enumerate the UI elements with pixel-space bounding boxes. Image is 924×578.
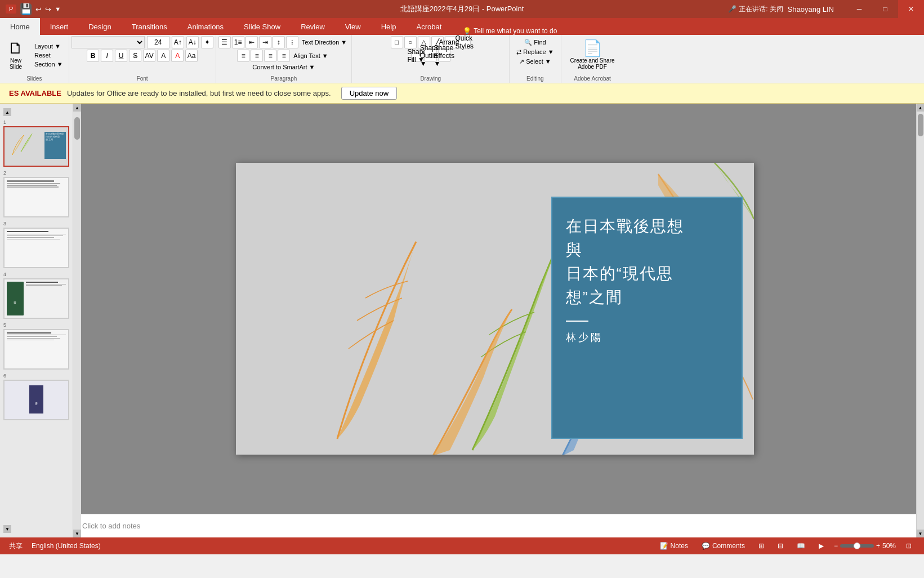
layout-btn[interactable]: Layout ▼ [32, 42, 65, 50]
tab-home[interactable]: Home [0, 18, 40, 35]
notes-area[interactable]: Click to add notes [73, 514, 916, 537]
user-name: Shaoyang LIN [788, 5, 834, 14]
slide-thumb-5[interactable]: 5 [3, 322, 69, 370]
fit-slide-btn[interactable]: ⊡ [903, 541, 915, 551]
tab-help[interactable]: Help [371, 18, 407, 35]
slide-author: 林少陽 [566, 331, 728, 344]
ribbon-group-font: A↑ A↓ ✦ B I U S AV A A Aa Font [69, 35, 216, 83]
ribbon-group-slides: 🗋 NewSlide Layout ▼ Reset Section ▼ Slid… [0, 35, 69, 83]
slide-thumb-1[interactable]: 1 在日本戰後思想與日本的"現代思想"之間 [3, 119, 69, 167]
create-pdf-btn[interactable]: 📄 Create and ShareAdobe PDF [566, 38, 619, 72]
slide-view: ▲ ▼ [73, 104, 916, 514]
app-icon: P [6, 5, 16, 14]
shape-effects-btn[interactable]: Shape Effects ▼ [438, 50, 450, 62]
align-right-btn[interactable]: ≡ [264, 50, 276, 62]
underline-btn[interactable]: U [115, 50, 127, 62]
find-btn[interactable]: 🔍 Find [522, 38, 548, 47]
tab-transitions[interactable]: Transitions [122, 18, 177, 35]
scroll-up-btn[interactable]: ▲ [3, 108, 11, 116]
decrease-font-btn[interactable]: A↓ [186, 36, 199, 48]
slide-thumb-2[interactable]: 2 [3, 170, 69, 217]
replace-btn[interactable]: ⇄ Replace ▼ [514, 48, 556, 56]
columns-btn[interactable]: ⫶ [286, 36, 298, 48]
pdf-icon: 📄 [583, 41, 602, 56]
right-scroll-up[interactable]: ▲ [917, 104, 925, 112]
shadow-btn[interactable]: A [157, 50, 169, 62]
tab-review[interactable]: Review [291, 18, 335, 35]
convert-smartart-btn[interactable]: Convert to SmartArt ▼ [250, 63, 317, 71]
zoom-slider[interactable] [840, 544, 874, 548]
text-direction-btn[interactable]: Text Direction ▼ [300, 38, 350, 46]
clear-format-btn[interactable]: ✦ [201, 36, 213, 48]
increase-font-btn[interactable]: A↑ [172, 36, 184, 48]
update-message: Updates for Office are ready to be insta… [67, 89, 331, 97]
drawing-group-label: Drawing [354, 75, 507, 82]
recording-icon: 🎤 [728, 5, 736, 13]
adobe-group-label: Adobe Acrobat [564, 75, 622, 82]
tab-design[interactable]: Design [78, 18, 121, 35]
shape-rect-btn[interactable]: □ [391, 36, 403, 48]
font-size-input[interactable] [147, 36, 169, 48]
normal-view-btn[interactable]: ⊞ [755, 541, 767, 551]
font-group-label: Font [72, 75, 213, 82]
scroll-down-btn[interactable]: ▼ [3, 525, 11, 533]
tab-view[interactable]: View [335, 18, 371, 35]
tell-me-box[interactable]: 💡 Tell me what you want to do [463, 27, 557, 35]
select-btn[interactable]: ↗ Select ▼ [517, 57, 553, 66]
right-scrollbar: ▲ ▼ [916, 104, 924, 537]
bullets-btn[interactable]: ☰ [218, 36, 231, 48]
line-spacing-btn[interactable]: ↕ [273, 36, 285, 48]
zoom-out-btn[interactable]: − [834, 542, 838, 550]
strikethrough-btn[interactable]: S [129, 50, 141, 62]
language-label: English (United States) [32, 542, 101, 550]
vert-scroll-up[interactable]: ▲ [73, 104, 81, 112]
zoom-level: 50% [882, 542, 896, 550]
increase-indent-btn[interactable]: ⇥ [259, 36, 271, 48]
status-bar: 共享 English (United States) 📝 Notes 💬 Com… [0, 537, 924, 554]
ribbon-group-drawing: □ ○ △ ╱ Arrange Quick Styles Shape Fill … [352, 35, 510, 83]
font-color-btn[interactable]: A [171, 50, 184, 62]
slide-thumb-6[interactable]: 6 書 [3, 373, 69, 420]
slide-divider [566, 321, 588, 322]
zoom-control: − + 50% [834, 542, 896, 550]
decrease-indent-btn[interactable]: ⇤ [245, 36, 258, 48]
presenter-view-btn[interactable]: ▶ [815, 541, 827, 551]
align-left-btn[interactable]: ≡ [237, 50, 249, 62]
align-center-btn[interactable]: ≡ [251, 50, 263, 62]
tab-animations[interactable]: Animations [177, 18, 234, 35]
justify-btn[interactable]: ≡ [278, 50, 290, 62]
numbering-btn[interactable]: 1≡ [232, 36, 244, 48]
reading-view-btn[interactable]: 📖 [793, 541, 809, 551]
minimize-btn[interactable]: ─ [846, 0, 872, 18]
slide-thumb-3[interactable]: 3 [3, 221, 69, 268]
tab-acrobat[interactable]: Acrobat [406, 18, 452, 35]
tab-insert[interactable]: Insert [40, 18, 79, 35]
new-slide-btn[interactable]: 🗋 NewSlide [2, 38, 29, 72]
change-case-btn[interactable]: Aa [185, 50, 198, 62]
section-btn[interactable]: Section ▼ [32, 60, 65, 68]
window-title: 北語講座2022年4月29日 - PowerPoint [400, 4, 524, 14]
slide-sorter-btn[interactable]: ⊟ [774, 541, 787, 551]
tab-slideshow[interactable]: Slide Show [234, 18, 291, 35]
reset-btn[interactable]: Reset [32, 51, 65, 59]
slide-thumb-4[interactable]: 4 書 [3, 272, 69, 319]
new-slide-icon: 🗋 [8, 41, 24, 56]
zoom-in-btn[interactable]: + [876, 542, 880, 550]
italic-btn[interactable]: I [101, 50, 113, 62]
comments-btn[interactable]: 💬 Comments [698, 541, 748, 551]
quick-styles-btn[interactable]: Quick Styles [458, 36, 471, 48]
bold-btn[interactable]: B [87, 50, 99, 62]
maximize-btn[interactable]: □ [872, 0, 898, 18]
slide-textbox[interactable]: 在日本戰後思想 與 日本的“現代思 想”之間 林少陽 [551, 197, 743, 439]
shape-oval-btn[interactable]: ○ [404, 36, 417, 48]
window-controls[interactable]: ─ □ ✕ [846, 0, 924, 18]
ribbon-tabs: Home Insert Design Transitions Animation… [0, 18, 924, 35]
update-now-btn[interactable]: Update now [341, 87, 397, 100]
right-scroll-down[interactable]: ▼ [917, 530, 925, 537]
notes-btn[interactable]: 📝 Notes [657, 541, 691, 551]
align-text-btn[interactable]: Align Text ▼ [291, 52, 330, 60]
char-spacing-btn[interactable]: AV [143, 50, 155, 62]
close-btn[interactable]: ✕ [898, 0, 924, 18]
title-bar: P 💾 ↩ ↪ ▼ 北語講座2022年4月29日 - PowerPoint Sh… [0, 0, 924, 18]
font-family-select[interactable] [72, 36, 145, 48]
